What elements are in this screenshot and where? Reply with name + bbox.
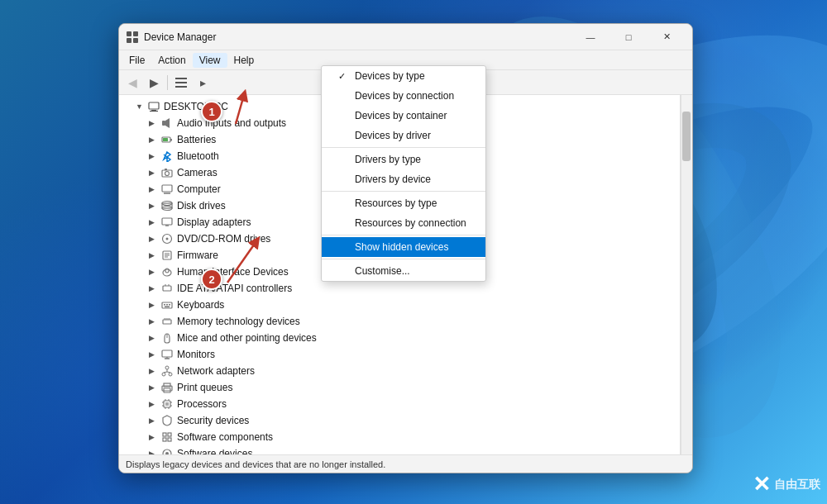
svg-point-59 <box>169 373 172 376</box>
item-label: DVD/CD-ROM drives <box>177 233 270 245</box>
item-label: Display adapters <box>177 216 251 228</box>
titlebar-controls: — □ ✕ <box>571 24 686 50</box>
item-label: Disk drives <box>177 200 226 212</box>
menu-devices-by-driver[interactable]: Devices by driver <box>322 126 485 145</box>
menu-item-label: Devices by type <box>355 70 425 82</box>
menu-help[interactable]: Help <box>227 53 261 68</box>
menu-separator-2 <box>322 191 485 192</box>
svg-point-57 <box>165 366 169 369</box>
titlebar: Device Manager — □ ✕ <box>119 24 692 50</box>
menu-view[interactable]: View <box>193 53 227 68</box>
svg-point-23 <box>165 172 170 176</box>
menu-drivers-by-type[interactable]: Drivers by type <box>322 150 485 169</box>
check-icon: ✓ <box>338 71 351 82</box>
menu-resources-by-type[interactable]: Resources by type <box>322 193 485 213</box>
statusbar: Displays legacy devices and devices that… <box>119 454 692 473</box>
scrollbar-track <box>681 112 691 454</box>
minimize-button[interactable]: — <box>571 24 609 50</box>
item-label: Keyboards <box>177 299 224 311</box>
svg-rect-79 <box>168 438 171 441</box>
sw-devices-icon <box>160 447 174 454</box>
print-icon <box>160 381 174 394</box>
item-label: Processors <box>177 398 227 410</box>
disk-icon <box>160 199 174 212</box>
svg-rect-30 <box>162 218 172 225</box>
item-label: Print queues <box>177 382 232 393</box>
item-label: Security devices <box>177 415 249 426</box>
svg-line-61 <box>164 372 167 373</box>
menu-item-label: Drivers by device <box>355 174 431 185</box>
processor-icon <box>160 397 174 411</box>
tree-item-network[interactable]: ▶ Network adapters <box>119 363 680 379</box>
window-title: Device Manager <box>144 31 571 43</box>
tree-item-monitors[interactable]: ▶ Monitors <box>119 346 680 363</box>
menu-item-label: Devices by driver <box>355 130 431 141</box>
menu-item-label: Drivers by type <box>355 154 421 165</box>
watermark-text: 自由互联 <box>774 478 820 492</box>
tree-item-security[interactable]: ▶ Security devices <box>119 412 680 429</box>
svg-rect-76 <box>163 433 166 436</box>
svg-rect-78 <box>163 438 166 441</box>
item-label: Computer <box>177 183 221 195</box>
menu-item-label: Show hidden devices <box>355 241 448 253</box>
tree-item-keyboards[interactable]: ▶ Keyboards <box>119 297 680 313</box>
menu-devices-by-type[interactable]: ✓ Devices by type <box>322 66 485 86</box>
item-label: IDE ATA/ATAPI controllers <box>177 283 292 294</box>
toolbar-separator <box>167 75 168 90</box>
item-label: Firmware <box>177 250 218 261</box>
menu-item-label: Devices by connection <box>355 90 454 102</box>
item-label: Batteries <box>177 134 216 145</box>
menu-devices-by-container[interactable]: Devices by container <box>322 106 485 126</box>
memory-icon <box>160 315 174 328</box>
scrollbar[interactable] <box>681 95 692 454</box>
menu-item-label: Resources by type <box>355 197 437 209</box>
status-text: Displays legacy devices and devices that… <box>126 459 385 469</box>
tree-item-sw-devices[interactable]: ▶ Software devices <box>119 445 680 454</box>
close-button[interactable]: ✕ <box>648 24 686 50</box>
maximize-button[interactable]: □ <box>609 24 648 50</box>
menu-resources-by-connection[interactable]: Resources by connection <box>322 213 485 233</box>
item-label: Audio inputs and outputs <box>177 117 286 129</box>
tree-item-print[interactable]: ▶ Print queues <box>119 379 680 396</box>
svg-rect-18 <box>170 139 172 141</box>
tree-item-sw-components[interactable]: ▶ Software components <box>119 429 680 445</box>
menu-customise[interactable]: Customise... <box>322 261 485 281</box>
item-label: Mice and other pointing devices <box>177 332 317 344</box>
menu-file[interactable]: File <box>122 53 151 68</box>
step-2-badge: 2 <box>201 269 222 290</box>
tree-item-processors[interactable]: ▶ Processors <box>119 396 680 412</box>
window-icon <box>126 31 139 44</box>
item-label: Bluetooth <box>177 150 219 162</box>
tree-item-mice[interactable]: ▶ Mice and other pointing devices <box>119 330 680 346</box>
item-label: Memory technology devices <box>177 316 300 327</box>
tree-item-memory[interactable]: ▶ Memory technology devices <box>119 313 680 330</box>
bluetooth-icon <box>160 150 174 163</box>
tree-button[interactable] <box>171 73 191 93</box>
svg-rect-48 <box>163 320 171 324</box>
scrollbar-thumb[interactable] <box>682 112 691 161</box>
menu-drivers-by-device[interactable]: Drivers by device <box>322 169 485 189</box>
firmware-icon <box>160 249 174 262</box>
svg-rect-8 <box>133 38 138 43</box>
sw-components-icon <box>160 430 174 444</box>
svg-rect-40 <box>163 286 171 291</box>
menu-show-hidden-devices[interactable]: Show hidden devices <box>322 237 485 257</box>
back-button[interactable]: ◀ <box>122 73 142 93</box>
svg-rect-45 <box>166 304 168 306</box>
item-label: Monitors <box>177 349 215 360</box>
svg-point-33 <box>166 238 169 240</box>
computer-sm-icon <box>160 183 174 196</box>
menu-action[interactable]: Action <box>151 53 192 68</box>
forward-button[interactable]: ▶ <box>144 73 164 93</box>
svg-rect-10 <box>175 82 187 83</box>
menu-devices-by-connection[interactable]: Devices by connection <box>322 86 485 106</box>
menu-item-label: Devices by container <box>355 110 447 121</box>
item-label: Cameras <box>177 167 218 178</box>
item-label: Network adapters <box>177 365 255 377</box>
menu-item-label: Resources by connection <box>355 217 466 229</box>
svg-rect-46 <box>169 304 170 306</box>
expand-arrow: ▼ <box>136 102 147 111</box>
more-button[interactable]: ▸ <box>193 73 213 93</box>
arrow-audio: ▶ <box>149 119 160 127</box>
svg-rect-6 <box>133 31 138 36</box>
